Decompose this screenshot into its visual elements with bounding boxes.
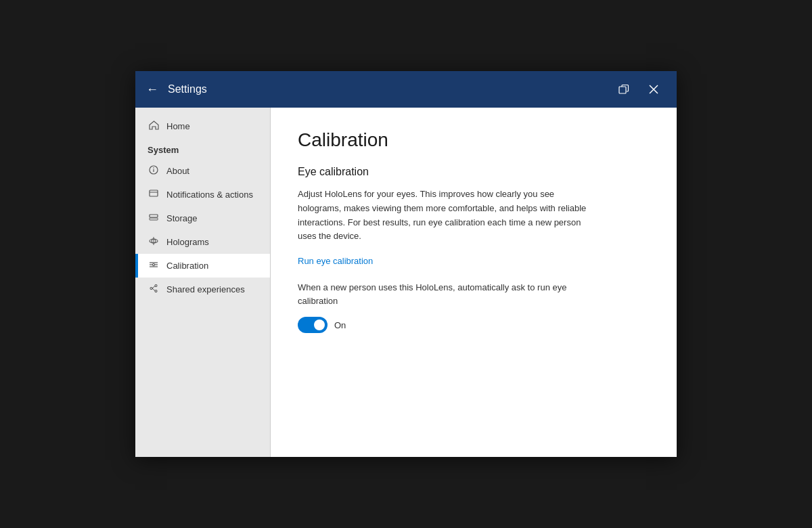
- window-title: Settings: [168, 83, 612, 95]
- svg-point-17: [153, 264, 155, 266]
- notifications-icon: [148, 189, 160, 200]
- close-button[interactable]: [641, 77, 666, 102]
- svg-line-21: [152, 286, 155, 289]
- auto-ask-label: When a new person uses this HoloLens, au…: [298, 281, 589, 307]
- svg-point-19: [155, 290, 157, 292]
- sidebar-item-shared[interactable]: Shared experiences: [135, 278, 270, 301]
- sidebar-item-storage-label: Storage: [166, 213, 198, 223]
- run-calibration-link[interactable]: Run eye calibration: [298, 256, 373, 266]
- svg-point-5: [153, 167, 154, 169]
- about-icon: [148, 165, 160, 177]
- sidebar-item-home[interactable]: Home: [135, 114, 270, 138]
- description-text: Adjust HoloLens for your eyes. This impr…: [298, 188, 589, 244]
- holograms-icon: [148, 236, 160, 248]
- sidebar-item-about-label: About: [166, 166, 189, 176]
- sidebar-item-calibration[interactable]: Calibration: [135, 254, 270, 278]
- sidebar-item-calibration-label: Calibration: [166, 261, 208, 271]
- auto-ask-toggle[interactable]: [298, 317, 328, 333]
- svg-point-20: [150, 288, 152, 290]
- page-title: Calibration: [298, 129, 650, 151]
- toggle-label: On: [334, 320, 346, 330]
- sidebar-section-system: System: [135, 138, 270, 159]
- sidebar-item-holograms-label: Holograms: [166, 237, 209, 247]
- svg-line-22: [152, 288, 155, 291]
- home-icon: [148, 120, 160, 132]
- toggle-row: On: [298, 317, 650, 333]
- svg-rect-6: [150, 190, 158, 196]
- storage-icon: [148, 213, 160, 224]
- shared-icon: [148, 284, 160, 295]
- sidebar-item-storage[interactable]: Storage: [135, 206, 270, 230]
- settings-window: ← Settings: [135, 71, 677, 457]
- sidebar: Home System About: [135, 108, 271, 457]
- main-content: Calibration Eye calibration Adjust HoloL…: [271, 108, 677, 457]
- sidebar-item-shared-label: Shared experiences: [166, 284, 245, 294]
- calibration-icon: [148, 260, 160, 271]
- back-button[interactable]: ←: [146, 83, 158, 97]
- sidebar-item-holograms[interactable]: Holograms: [135, 230, 270, 254]
- titlebar: ← Settings: [135, 71, 677, 108]
- window-controls: [612, 77, 666, 102]
- sidebar-item-notifications[interactable]: Notifications & actions: [135, 183, 270, 206]
- section-title: Eye calibration: [298, 166, 650, 178]
- sidebar-item-home-label: Home: [166, 121, 190, 131]
- content-area: Home System About: [135, 108, 677, 457]
- sidebar-item-about[interactable]: About: [135, 159, 270, 183]
- sidebar-item-notifications-label: Notifications & actions: [166, 190, 253, 200]
- svg-rect-9: [150, 218, 158, 220]
- svg-rect-0: [619, 87, 626, 93]
- svg-rect-8: [150, 215, 158, 217]
- svg-point-18: [155, 285, 157, 287]
- restore-button[interactable]: [612, 77, 636, 102]
